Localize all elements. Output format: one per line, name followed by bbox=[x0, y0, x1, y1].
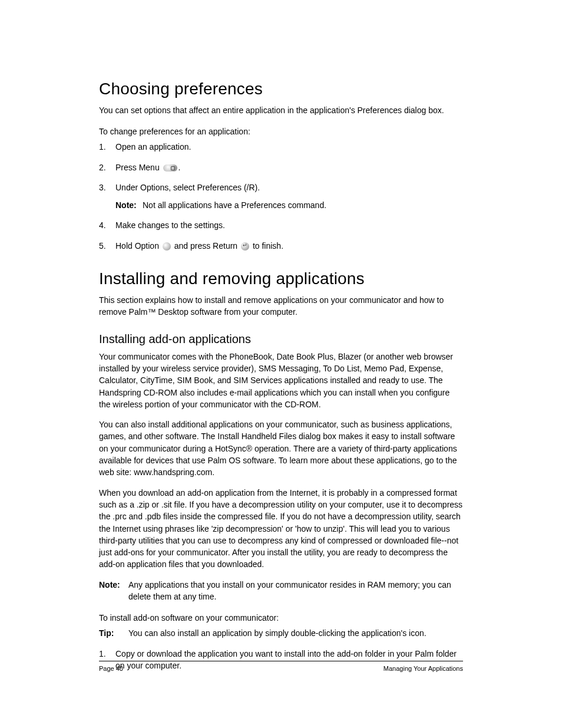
note-text: Any applications that you install on you… bbox=[128, 579, 463, 603]
procedure-heading: To install add-on software on your commu… bbox=[99, 613, 463, 622]
menu-key-icon bbox=[163, 164, 177, 172]
step-number: 5. bbox=[99, 240, 106, 252]
page-number: Page 40 bbox=[99, 665, 123, 672]
option-key-icon bbox=[163, 242, 171, 251]
page-footer: Page 40 Managing Your Applications bbox=[99, 661, 463, 672]
step-text-post: . bbox=[178, 163, 181, 172]
procedure-steps-cont: 4. Make changes to the settings. 5. Hold… bbox=[99, 219, 463, 252]
heading-installing-removing: Installing and removing applications bbox=[99, 269, 463, 288]
note-text: Not all applications have a Preferences … bbox=[143, 199, 326, 211]
step-item: 5. Hold Option and press Return to finis… bbox=[99, 240, 463, 252]
section-installing-removing: Installing and removing applications Thi… bbox=[99, 269, 463, 671]
step-number: 1. bbox=[99, 648, 106, 660]
step-text: Make changes to the settings. bbox=[115, 220, 225, 230]
step-text-post: to finish. bbox=[250, 241, 283, 251]
step-text: Open an application. bbox=[115, 142, 191, 151]
step-number: 4. bbox=[99, 219, 106, 231]
footer-rule bbox=[99, 661, 463, 661]
step-number: 3. bbox=[99, 182, 106, 193]
note-label: Note: bbox=[99, 579, 128, 603]
body-paragraph: When you download an add-on application … bbox=[99, 487, 463, 571]
procedure-steps: 1. Open an application. 2. Press Menu . … bbox=[99, 141, 463, 193]
subheading-installing-addons: Installing add-on applications bbox=[99, 332, 463, 346]
intro-paragraph: You can set options that affect an entir… bbox=[99, 104, 463, 116]
step-text: Under Options, select Preferences (/R). bbox=[115, 183, 260, 192]
step-note: Note: Not all applications have a Prefer… bbox=[99, 199, 463, 211]
intro-paragraph: This section explains how to install and… bbox=[99, 294, 463, 318]
body-paragraph: You can also install additional applicat… bbox=[99, 419, 463, 478]
step-text-mid: and press Return bbox=[172, 241, 240, 251]
note-label: Note: bbox=[115, 199, 143, 211]
step-text-pre: Press Menu bbox=[115, 163, 162, 172]
step-item: 4. Make changes to the settings. bbox=[99, 219, 463, 231]
heading-choosing-preferences: Choosing preferences bbox=[99, 80, 463, 98]
tip-text: You can also install an application by s… bbox=[128, 627, 463, 639]
procedure-heading: To change preferences for an application… bbox=[99, 127, 463, 136]
document-page: Choosing preferences You can set options… bbox=[0, 0, 562, 728]
tip-block: Tip: You can also install an application… bbox=[99, 627, 463, 639]
step-number: 2. bbox=[99, 162, 106, 173]
step-item: 3. Under Options, select Preferences (/R… bbox=[99, 182, 463, 193]
step-number: 1. bbox=[99, 141, 106, 153]
return-key-icon bbox=[241, 242, 249, 251]
step-text-pre: Hold Option bbox=[115, 241, 161, 251]
chapter-title: Managing Your Applications bbox=[384, 665, 463, 672]
tip-label: Tip: bbox=[99, 627, 128, 639]
step-item: 1. Open an application. bbox=[99, 141, 463, 153]
step-item: 2. Press Menu . bbox=[99, 162, 463, 173]
body-paragraph: Your communicator comes with the PhoneBo… bbox=[99, 351, 463, 410]
note-block: Note: Any applications that you install … bbox=[99, 579, 463, 603]
